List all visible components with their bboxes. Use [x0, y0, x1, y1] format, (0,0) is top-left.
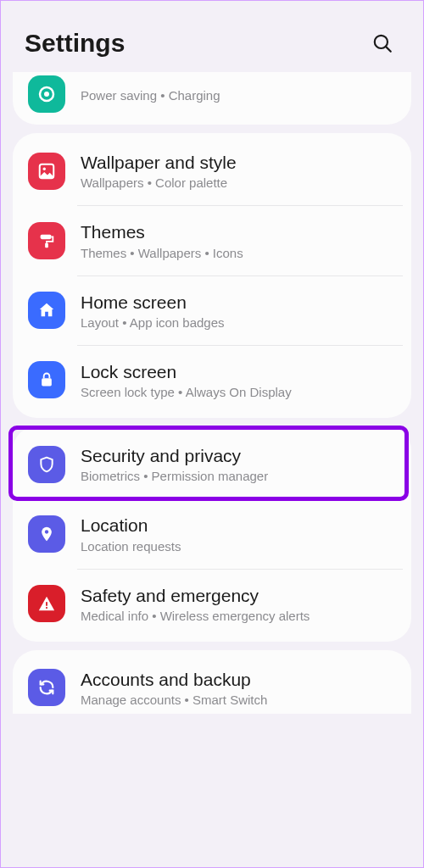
svg-point-9 [45, 530, 48, 533]
battery-icon [28, 75, 65, 113]
settings-item-wallpaper[interactable]: Wallpaper and style Wallpapers • Color p… [13, 136, 411, 205]
svg-point-5 [43, 167, 46, 170]
shield-icon [28, 446, 65, 483]
settings-item-sub: Wallpapers • Color palette [81, 175, 237, 190]
settings-item-text: Wallpaper and style Wallpapers • Color p… [81, 152, 237, 190]
paint-roller-icon [28, 222, 65, 259]
settings-item-safety[interactable]: Safety and emergency Medical info • Wire… [13, 570, 411, 638]
settings-item-text: Accounts and backup Manage accounts • Sm… [81, 669, 267, 707]
settings-item-text: Themes Themes • Wallpapers • Icons [81, 221, 243, 259]
svg-point-3 [44, 92, 49, 97]
settings-item-label: Lock screen [81, 361, 292, 383]
settings-item-text: Home screen Layout • App icon badges [81, 292, 225, 330]
svg-rect-8 [42, 379, 52, 387]
settings-item-text: Power saving • Charging [81, 86, 220, 103]
settings-item-sub: Screen lock type • Always On Display [81, 385, 292, 399]
settings-item-sub: Medical info • Wireless emergency alerts [81, 609, 310, 623]
lock-icon [28, 361, 65, 398]
svg-rect-6 [41, 235, 52, 240]
settings-item-text: Lock screen Screen lock type • Always On… [81, 361, 292, 399]
settings-item-sub: Location requests [81, 539, 181, 554]
settings-item-battery[interactable]: Power saving • Charging [13, 75, 411, 121]
settings-item-text: Security and privacy Biometrics • Permis… [81, 445, 268, 483]
settings-item-label: Home screen [81, 292, 225, 314]
settings-item-sub: Layout • App icon badges [81, 315, 225, 330]
header: Settings [1, 1, 423, 72]
settings-item-sub: Biometrics • Permission manager [81, 469, 268, 483]
settings-item-location[interactable]: Location Location requests [13, 499, 411, 568]
svg-rect-10 [46, 602, 47, 606]
settings-item-security-privacy[interactable]: Security and privacy Biometrics • Permis… [13, 430, 411, 498]
search-button[interactable] [365, 26, 399, 60]
settings-item-sub: Themes • Wallpapers • Icons [81, 246, 243, 260]
settings-item-label: Accounts and backup [81, 669, 267, 691]
settings-item-label: Security and privacy [81, 445, 268, 467]
settings-item-sub: Manage accounts • Smart Switch [81, 693, 267, 707]
settings-item-label: Safety and emergency [81, 585, 310, 607]
settings-item-accounts-backup[interactable]: Accounts and backup Manage accounts • Sm… [13, 654, 411, 710]
svg-line-1 [386, 47, 391, 52]
sync-icon [28, 669, 65, 706]
settings-item-lock-screen[interactable]: Lock screen Screen lock type • Always On… [13, 346, 411, 415]
page-title: Settings [25, 29, 125, 58]
location-pin-icon [28, 515, 65, 553]
settings-item-label: Wallpaper and style [81, 152, 237, 174]
home-icon [28, 292, 65, 329]
settings-item-text: Safety and emergency Medical info • Wire… [81, 585, 310, 623]
warning-icon [28, 585, 65, 622]
settings-item-label: Location [81, 515, 181, 537]
settings-item-sub: Power saving • Charging [81, 88, 220, 103]
svg-rect-11 [46, 607, 47, 609]
settings-item-label: Themes [81, 221, 243, 243]
settings-item-home-screen[interactable]: Home screen Layout • App icon badges [13, 276, 411, 345]
image-icon [28, 153, 65, 190]
settings-item-themes[interactable]: Themes Themes • Wallpapers • Icons [13, 206, 411, 275]
settings-item-text: Location Location requests [81, 515, 181, 553]
settings-group-security: Security and privacy Biometrics • Permis… [13, 426, 411, 642]
search-icon [371, 32, 393, 54]
settings-group-battery: Power saving • Charging [13, 72, 411, 125]
svg-rect-7 [45, 243, 48, 248]
settings-group-accounts: Accounts and backup Manage accounts • Sm… [13, 650, 411, 714]
settings-group-display: Wallpaper and style Wallpapers • Color p… [13, 133, 411, 418]
